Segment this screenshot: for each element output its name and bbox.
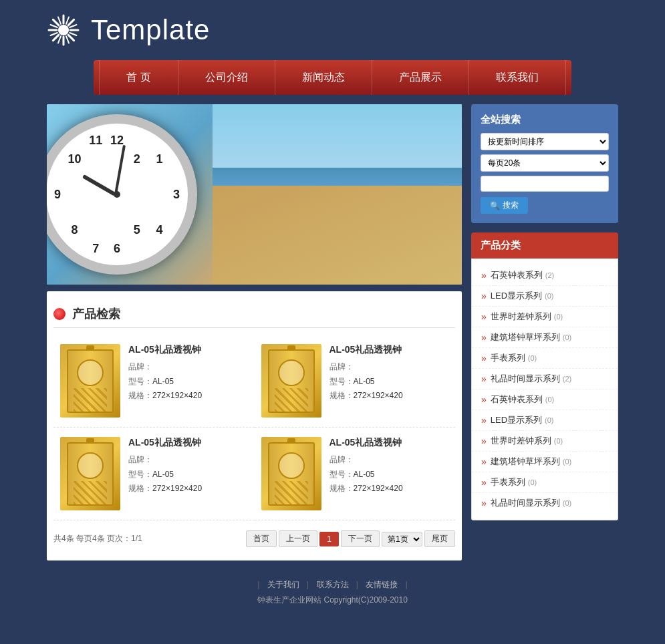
category-count-10: (0) xyxy=(528,478,537,486)
product-name-4[interactable]: AL-05礼品透视钟 xyxy=(329,437,449,449)
prev-page-button[interactable]: 上一页 xyxy=(279,530,317,547)
search-button[interactable]: 🔍 搜索 xyxy=(481,197,528,214)
product-brand-2: 品牌： xyxy=(329,360,449,375)
category-count-8: (0) xyxy=(554,437,563,445)
category-item-4[interactable]: » 手表系列 (0) xyxy=(472,348,618,369)
search-box: 全站搜索 按更新时间排序 按名称排序 按价格排序 每页10条 每页20条 每页3… xyxy=(471,104,618,223)
product-brand-3: 品牌： xyxy=(128,453,248,468)
footer-links: | 关于我们 | 联系方法 | 友情链接 | xyxy=(0,579,665,591)
product-info-4: AL-05礼品透视钟 品牌： 型号：AL-05 规格：272×192×420 xyxy=(329,437,449,496)
nav-item-news[interactable]: 新闻动态 xyxy=(275,60,372,95)
svg-line-9 xyxy=(58,17,61,24)
main-area: 12 1 3 4 6 8 9 10 2 5 7 11 xyxy=(47,104,618,560)
category-item-7[interactable]: » LED显示系列 (0) xyxy=(472,410,618,431)
category-label-6: 石英钟表系列 xyxy=(491,393,543,406)
banner-clock: 12 1 3 4 6 8 9 10 2 5 7 11 xyxy=(47,111,221,278)
svg-line-6 xyxy=(68,35,74,41)
left-panel: 12 1 3 4 6 8 9 10 2 5 7 11 xyxy=(47,104,462,560)
search-icon: 🔍 xyxy=(490,201,500,210)
category-count-4: (0) xyxy=(528,354,537,362)
product-search-title: 产品检索 xyxy=(72,306,120,322)
category-item-1[interactable]: » LED显示系列 (0) xyxy=(472,286,618,307)
svg-line-5 xyxy=(53,19,59,25)
last-page-button[interactable]: 尾页 xyxy=(424,530,455,547)
svg-line-14 xyxy=(58,36,61,43)
product-search-header: 产品检索 xyxy=(53,298,455,328)
category-item-2[interactable]: » 世界时差钟系列 (0) xyxy=(472,307,618,327)
nav-menu: 首 页 公司介绍 新闻动态 产品展示 联系我们 xyxy=(94,60,571,95)
list-item: AL-05礼品透视钟 品牌： 型号：AL-05 规格：272×192×420 xyxy=(255,335,456,428)
product-image-3[interactable] xyxy=(60,437,120,510)
category-count-3: (0) xyxy=(563,333,571,341)
next-page-button[interactable]: 下一页 xyxy=(341,530,380,547)
category-item-0[interactable]: » 石英钟表系列 (2) xyxy=(472,265,618,286)
product-detail-4: 品牌： 型号：AL-05 规格：272×192×420 xyxy=(329,453,449,496)
search-title: 全站搜索 xyxy=(481,114,609,126)
arrow-icon-5: » xyxy=(481,373,487,384)
nav-item-products[interactable]: 产品展示 xyxy=(372,60,469,95)
footer-about-link[interactable]: 关于我们 xyxy=(267,580,299,589)
category-label-3: 建筑塔钟草坪系列 xyxy=(491,331,560,343)
current-page-button[interactable]: 1 xyxy=(319,532,339,546)
category-label-2: 世界时差钟系列 xyxy=(491,311,551,323)
nav-item-about[interactable]: 公司介绍 xyxy=(178,60,275,95)
category-item-5[interactable]: » 礼品时间显示系列 (2) xyxy=(472,369,618,389)
product-name-1[interactable]: AL-05礼品透视钟 xyxy=(128,344,248,356)
footer-friends-link[interactable]: 友情链接 xyxy=(366,580,398,589)
pagination-info: 共4条 每页4条 页次：1/1 xyxy=(53,533,142,544)
footer: | 关于我们 | 联系方法 | 友情链接 | 钟表生产企业网站 Copyrigh… xyxy=(0,570,665,611)
category-count-11: (0) xyxy=(563,499,571,507)
category-item-8[interactable]: » 世界时差钟系列 (0) xyxy=(472,431,618,452)
category-item-6[interactable]: » 石英钟表系列 (0) xyxy=(472,389,618,410)
arrow-icon-3: » xyxy=(481,332,487,343)
category-title: 产品分类 xyxy=(471,232,618,259)
logo-text: Template xyxy=(91,14,210,46)
product-image-2[interactable] xyxy=(261,344,321,418)
product-info-1: AL-05礼品透视钟 品牌： 型号：AL-05 规格：272×192×420 xyxy=(128,344,248,404)
footer-contact-link[interactable]: 联系方法 xyxy=(317,580,349,589)
pagination-buttons: 首页 上一页 1 下一页 第1页 尾页 xyxy=(246,530,455,547)
category-label-11: 礼品时间显示系列 xyxy=(491,497,560,509)
nav-item-home[interactable]: 首 页 xyxy=(99,60,178,95)
category-count-7: (0) xyxy=(545,416,553,424)
category-item-11[interactable]: » 礼品时间显示系列 (0) xyxy=(472,493,618,513)
arrow-icon-10: » xyxy=(481,477,487,488)
category-item-10[interactable]: » 手表系列 (0) xyxy=(472,472,618,493)
svg-line-8 xyxy=(53,35,59,41)
product-model-2: 型号：AL-05 xyxy=(329,375,449,389)
page-select-dropdown[interactable]: 第1页 xyxy=(382,532,422,546)
svg-point-0 xyxy=(58,25,69,35)
category-label-1: LED显示系列 xyxy=(491,290,542,302)
first-page-button[interactable]: 首页 xyxy=(246,530,277,547)
product-detail-3: 品牌： 型号：AL-05 规格：272×192×420 xyxy=(128,453,248,496)
product-image-1[interactable] xyxy=(60,344,120,418)
nav-item-contact[interactable]: 联系我们 xyxy=(469,60,566,95)
product-grid: AL-05礼品透视钟 品牌： 型号：AL-05 规格：272×192×420 xyxy=(53,335,455,520)
sort-select[interactable]: 按更新时间排序 按名称排序 按价格排序 xyxy=(481,133,609,150)
header: Template xyxy=(0,0,665,60)
category-count-2: (0) xyxy=(554,313,563,321)
category-count-0: (2) xyxy=(545,271,554,279)
search-input[interactable] xyxy=(481,176,609,192)
category-label-7: LED显示系列 xyxy=(491,414,542,426)
category-label-8: 世界时差钟系列 xyxy=(491,435,551,447)
category-count-6: (0) xyxy=(545,395,554,404)
category-list: » 石英钟表系列 (2) » LED显示系列 (0) » 世界时差钟系列 (0)… xyxy=(471,259,618,520)
category-label-10: 手表系列 xyxy=(491,476,525,488)
per-page-select[interactable]: 每页10条 每页20条 每页30条 xyxy=(481,154,609,172)
product-brand-1: 品牌： xyxy=(128,360,248,375)
svg-line-15 xyxy=(70,25,76,27)
category-item-3[interactable]: » 建筑塔钟草坪系列 (0) xyxy=(472,327,618,348)
arrow-icon-8: » xyxy=(481,436,487,446)
product-name-3[interactable]: AL-05礼品透视钟 xyxy=(128,437,248,449)
category-item-9[interactable]: » 建筑塔钟草坪系列 (0) xyxy=(472,452,618,472)
product-model-4: 型号：AL-05 xyxy=(329,468,449,482)
pagination-row: 共4条 每页4条 页次：1/1 首页 上一页 1 下一页 第1页 尾页 xyxy=(53,524,455,554)
product-size-3: 规格：272×192×420 xyxy=(128,482,248,496)
product-image-4[interactable] xyxy=(261,437,321,510)
category-count-1: (0) xyxy=(545,292,553,300)
list-item: AL-05礼品透视钟 品牌： 型号：AL-05 规格：272×192×420 xyxy=(53,428,255,520)
arrow-icon-4: » xyxy=(481,353,487,363)
category-label-5: 礼品时间显示系列 xyxy=(491,373,560,385)
product-name-2[interactable]: AL-05礼品透视钟 xyxy=(329,344,449,356)
